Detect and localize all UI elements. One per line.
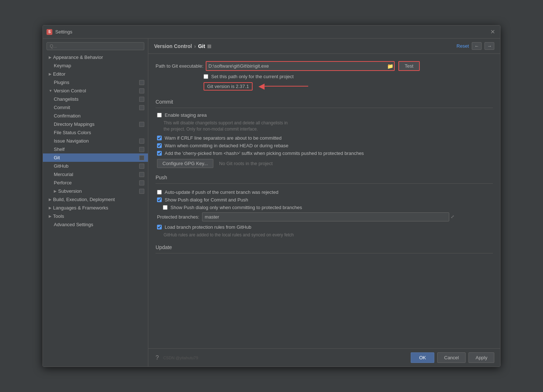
path-row: Path to Git executable: 📁 Test	[156, 61, 493, 71]
configure-gpg-button[interactable]: Configure GPG Key...	[157, 159, 213, 168]
app-icon: S	[47, 29, 52, 35]
sidebar-item-label: Languages & Frameworks	[53, 205, 108, 211]
settings-icon	[139, 88, 144, 93]
sidebar-item-label: Tools	[53, 213, 64, 219]
sidebar-item-label: Changelists	[54, 96, 79, 102]
action-bar: ? CSDN @yitahutu79 OK Cancel Apply	[148, 348, 500, 367]
git-version-row: Git version is 2.37.1 ◀	[156, 81, 493, 91]
path-label: Path to Git executable:	[156, 63, 204, 69]
sidebar-item-label: Perforce	[54, 180, 72, 185]
sidebar-item-editor[interactable]: ▶ Editor	[43, 70, 148, 78]
sidebar-item-commit[interactable]: Commit	[43, 103, 148, 112]
set-path-only-checkbox[interactable]	[204, 74, 208, 79]
sidebar-item-label: Build, Execution, Deployment	[53, 197, 115, 202]
show-push-dialog-label: Show Push dialog for Commit and Push	[165, 197, 248, 203]
cherry-pick-row: Add the 'cherry-picked from <hash>' suff…	[156, 151, 493, 156]
sidebar-item-label: Git	[54, 155, 60, 160]
settings-icon	[139, 105, 144, 110]
push-section-header: Push	[156, 171, 493, 184]
sidebar-item-label: Directory Mappings	[54, 121, 94, 127]
close-button[interactable]: ✕	[489, 28, 496, 36]
content-area: ▶ Appearance & Behavior Keymap ▶ Editor …	[43, 39, 500, 367]
cherry-pick-checkbox[interactable]	[157, 151, 162, 156]
sidebar-item-label: File Status Colors	[54, 130, 91, 135]
enable-staging-subtext: This will disable changelists support an…	[156, 120, 493, 132]
sidebar-item-directory-mappings[interactable]: Directory Mappings	[43, 120, 148, 128]
sidebar-item-perforce[interactable]: Perforce	[43, 179, 148, 187]
sidebar-item-changelists[interactable]: Changelists	[43, 95, 148, 103]
settings-icon	[139, 147, 144, 152]
breadcrumb: Version Control › Git ▤	[154, 43, 211, 49]
apply-button[interactable]: Apply	[468, 352, 494, 363]
cancel-button[interactable]: Cancel	[437, 352, 466, 363]
sidebar-item-label: Appearance & Behavior	[53, 55, 103, 60]
breadcrumb-separator: ›	[194, 43, 196, 49]
main-header: Version Control › Git ▤ Reset ← →	[148, 39, 500, 54]
warn-detached-checkbox[interactable]	[157, 143, 162, 148]
warn-crlf-row: Warn if CRLF line separators are about t…	[156, 135, 493, 141]
load-branch-protection-checkbox[interactable]	[157, 225, 162, 229]
sidebar-item-label: GitHub	[54, 163, 68, 169]
branch-protection-subtext: GitHub rules are added to the local rule…	[156, 232, 493, 238]
sidebar-item-keymap[interactable]: Keymap	[43, 61, 148, 70]
help-button[interactable]: ?	[154, 353, 160, 363]
commit-section-header: Commit	[156, 95, 493, 108]
sidebar-item-label: Plugins	[54, 80, 69, 85]
arrow-icon: ▼	[49, 89, 52, 93]
protected-branches-input[interactable]	[202, 212, 449, 221]
sidebar-item-version-control[interactable]: ▼ Version Control	[43, 87, 148, 95]
sidebar: ▶ Appearance & Behavior Keymap ▶ Editor …	[43, 39, 148, 367]
sidebar-item-mercurial[interactable]: Mercurial	[43, 170, 148, 179]
warn-detached-row: Warn when committing in detached HEAD or…	[156, 143, 493, 148]
sidebar-item-tools[interactable]: ▶ Tools	[43, 212, 148, 220]
sidebar-item-appearance[interactable]: ▶ Appearance & Behavior	[43, 53, 148, 61]
git-version-badge: Git version is 2.37.1	[204, 82, 253, 91]
warn-crlf-checkbox[interactable]	[157, 136, 162, 140]
ok-button[interactable]: OK	[411, 352, 434, 363]
settings-icon	[139, 164, 144, 169]
enable-staging-row: Enable staging area	[156, 112, 493, 118]
cherry-pick-label: Add the 'cherry-picked from <hash>' suff…	[165, 151, 364, 156]
nav-back-button[interactable]: ←	[472, 42, 482, 50]
test-button[interactable]: Test	[398, 61, 420, 71]
sidebar-item-shelf[interactable]: Shelf	[43, 145, 148, 153]
settings-icon	[139, 97, 144, 102]
arrow-icon: ▶	[49, 214, 52, 218]
warn-crlf-label: Warn if CRLF line separators are about t…	[165, 135, 282, 141]
sidebar-item-languages-frameworks[interactable]: ▶ Languages & Frameworks	[43, 204, 148, 212]
sidebar-item-git[interactable]: Git	[43, 153, 148, 162]
dialog-title: Settings	[55, 29, 72, 35]
arrow-icon: ▶	[49, 72, 52, 76]
show-push-only-checkbox[interactable]	[163, 205, 168, 210]
git-version-arrow: ◀	[258, 81, 265, 91]
arrow-icon: ▶	[49, 206, 52, 210]
enable-staging-checkbox[interactable]	[157, 113, 162, 117]
sidebar-item-label: Advanced Settings	[54, 222, 93, 227]
sidebar-item-build-execution[interactable]: ▶ Build, Execution, Deployment	[43, 195, 148, 204]
reset-button[interactable]: Reset	[456, 43, 469, 49]
watermark: CSDN @yitahutu79	[163, 356, 198, 360]
sidebar-item-advanced-settings[interactable]: Advanced Settings	[43, 220, 148, 229]
git-path-input[interactable]	[206, 61, 395, 71]
auto-update-checkbox[interactable]	[157, 190, 162, 195]
set-path-only-label: Set this path only for the current proje…	[211, 74, 294, 79]
sidebar-item-plugins[interactable]: Plugins	[43, 78, 148, 87]
arrow-icon: ▶	[54, 189, 57, 193]
search-input[interactable]	[47, 42, 144, 50]
auto-update-row: Auto-update if push of the current branc…	[156, 189, 493, 195]
sidebar-item-label: Editor	[53, 71, 65, 77]
sidebar-item-confirmation[interactable]: Confirmation	[43, 112, 148, 120]
auto-update-label: Auto-update if push of the current branc…	[165, 189, 278, 195]
nav-forward-button[interactable]: →	[484, 42, 494, 50]
expand-branches-button[interactable]: ⤢	[451, 214, 454, 219]
sidebar-item-subversion[interactable]: ▶ Subversion	[43, 187, 148, 195]
sidebar-item-issue-navigation[interactable]: Issue Navigation	[43, 137, 148, 145]
settings-icon	[139, 122, 144, 127]
sidebar-item-github[interactable]: GitHub	[43, 162, 148, 170]
show-push-dialog-checkbox[interactable]	[157, 197, 162, 202]
load-branch-protection-row: Load branch protection rules from GitHub	[156, 224, 493, 230]
title-bar: S Settings ✕	[43, 25, 500, 39]
folder-browse-button[interactable]: 📁	[386, 63, 394, 70]
sidebar-item-file-status-colors[interactable]: File Status Colors	[43, 128, 148, 137]
settings-icon	[139, 139, 144, 144]
